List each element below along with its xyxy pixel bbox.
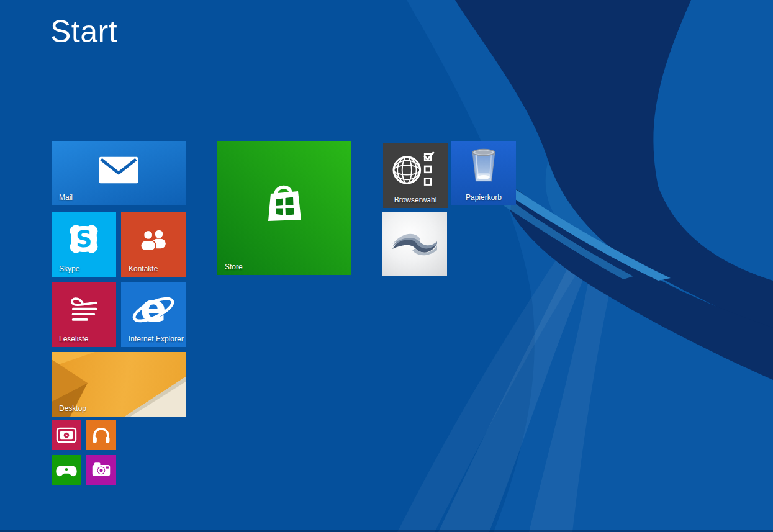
video-player-icon: [55, 423, 78, 447]
envelope-icon: [99, 156, 138, 184]
recycle-bin-icon: [467, 146, 500, 184]
tile-label: Papierkorb: [451, 193, 516, 202]
tile-label: Leseliste: [59, 335, 88, 343]
tile-label: Internet Explorer: [129, 335, 184, 343]
tile-label: Mail: [59, 193, 73, 202]
wave-logo-icon: [382, 212, 447, 276]
globe-checklist-icon: [392, 151, 439, 189]
tile-label: Browserwahl: [383, 196, 448, 204]
tile-label: Desktop: [59, 404, 86, 413]
tile-music[interactable]: [86, 420, 116, 450]
page-title: Start: [50, 14, 117, 50]
tile-wave-app[interactable]: [382, 212, 447, 276]
skype-logo-icon: S: [62, 217, 106, 261]
start-screen: Start Mail S Skype Kontakte: [0, 0, 773, 532]
tile-mail[interactable]: Mail: [52, 141, 186, 205]
camera-icon: [89, 458, 113, 482]
tile-camera[interactable]: [86, 455, 116, 485]
people-icon: [133, 221, 173, 261]
svg-text:e: e: [140, 286, 166, 331]
tile-leseliste[interactable]: Leseliste: [52, 282, 116, 347]
tile-skype[interactable]: S Skype: [52, 212, 116, 277]
tile-store[interactable]: Store: [217, 141, 351, 275]
game-controller-icon: [54, 458, 79, 482]
tile-kontakte[interactable]: Kontakte: [121, 212, 186, 277]
ie-logo-icon: e: [129, 285, 178, 335]
headphones-icon: [89, 423, 113, 447]
tile-desktop[interactable]: Desktop: [52, 352, 186, 417]
reading-list-icon: [65, 291, 103, 330]
store-bag-icon: [253, 173, 315, 235]
tile-internet-explorer[interactable]: e Internet Explorer: [121, 282, 186, 347]
tile-browserwahl[interactable]: Browserwahl: [383, 143, 448, 208]
tile-label: Store: [225, 263, 243, 271]
tile-video[interactable]: [52, 420, 81, 450]
tile-games[interactable]: [52, 455, 81, 485]
screen-bottom-edge: [0, 530, 773, 532]
tile-label: Skype: [59, 264, 79, 273]
svg-text:S: S: [76, 226, 92, 253]
tile-papierkorb[interactable]: Papierkorb: [451, 141, 516, 205]
tile-label: Kontakte: [129, 264, 158, 273]
